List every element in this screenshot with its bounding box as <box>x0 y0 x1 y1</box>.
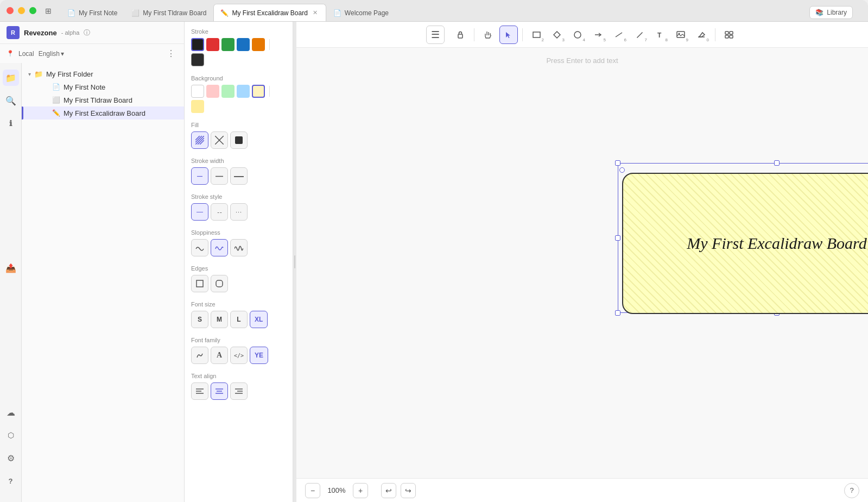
search-icon: 🔍 <box>5 96 16 106</box>
stroke-color-dark[interactable] <box>191 53 204 66</box>
fill-hatch-btn[interactable] <box>191 131 208 149</box>
stroke-color-green[interactable] <box>221 38 235 51</box>
stroke-color-black[interactable] <box>191 38 204 51</box>
sidebar-nav-export[interactable]: 📤 <box>3 260 19 276</box>
fill-cross-btn[interactable] <box>211 131 228 149</box>
undo-button[interactable]: ↩ <box>381 483 396 498</box>
excalidraw-element[interactable]: My First Excalidraw Board <box>622 167 868 309</box>
sidebar-nav-search[interactable]: 🔍 <box>3 92 19 109</box>
minimize-button[interactable] <box>18 7 25 14</box>
bg-color-green[interactable] <box>221 85 235 98</box>
tab-welcome[interactable]: 📄 Welcome Page <box>326 4 396 21</box>
circle-tool-btn[interactable]: 4 <box>568 26 587 44</box>
sidebar-nav-github[interactable]: ⬡ <box>3 427 19 443</box>
rotate-handle[interactable] <box>619 167 625 173</box>
bg-color-yellow[interactable] <box>191 100 204 113</box>
font-family-code[interactable]: </> <box>230 347 248 364</box>
stroke-color-blue[interactable] <box>237 38 250 51</box>
pencil-tool-btn[interactable]: 7 <box>630 26 649 44</box>
select-tool-btn[interactable] <box>499 26 518 44</box>
font-family-cursive[interactable] <box>191 347 208 364</box>
excalidraw-box[interactable]: My First Excalidraw Board <box>622 173 868 314</box>
rect-tool-btn[interactable]: 2 <box>527 26 546 44</box>
text-align-left[interactable] <box>191 382 208 400</box>
location-type[interactable]: Local <box>18 50 34 58</box>
tab-note[interactable]: 📄 My First Note <box>60 4 124 21</box>
font-family-serif[interactable]: A <box>211 347 228 364</box>
font-size-m[interactable]: M <box>211 311 228 328</box>
undo-icon: ↩ <box>385 486 392 495</box>
handle-bl[interactable] <box>615 310 620 316</box>
hand-tool-btn[interactable] <box>479 26 497 44</box>
maximize-button[interactable] <box>29 7 36 14</box>
menu-button[interactable]: ☰ <box>426 26 445 44</box>
bg-color-white[interactable] <box>191 85 204 98</box>
handle-tc[interactable] <box>774 160 780 166</box>
toolbar-divider-1 <box>474 28 474 41</box>
canvas-content[interactable]: Press Enter to add text <box>296 48 868 478</box>
tree-folder[interactable]: ▾ 📁 My First Folder ⋮ <box>22 67 184 80</box>
arrow-tool-btn[interactable]: 5 <box>589 26 607 44</box>
font-size-xl[interactable]: XL <box>250 311 268 328</box>
stroke-style-dotted[interactable]: ··· <box>230 203 248 221</box>
text-align-center[interactable] <box>211 382 228 400</box>
font-size-s[interactable]: S <box>191 311 208 328</box>
font-size-l[interactable]: L <box>230 311 248 328</box>
tree-item-excalidraw[interactable]: ✏️ My First Excalidraw Board ⋮ <box>22 106 184 120</box>
eraser-tool-btn[interactable]: 0 <box>692 26 711 44</box>
stroke-width-thin[interactable]: — <box>191 167 208 185</box>
canvas-footer: − 100% + ↩ ↪ ? <box>296 478 868 502</box>
app-info-icon[interactable]: ⓘ <box>84 28 90 37</box>
sidebar-nav-settings[interactable]: ⚙ <box>3 450 19 466</box>
lock-tool-btn[interactable] <box>451 26 470 44</box>
tree-item-note[interactable]: 📄 My First Note ⋮ <box>22 80 184 93</box>
extra-tool-btn[interactable] <box>720 26 738 44</box>
text-align-right[interactable] <box>230 382 248 400</box>
zoom-out-button[interactable]: − <box>305 483 320 498</box>
bg-color-teal[interactable] <box>237 85 250 98</box>
background-section: Background <box>191 75 286 113</box>
tree-item-tldraw[interactable]: ⬜ My First Tldraw Board ⋮ <box>22 93 184 106</box>
zoom-in-button[interactable]: + <box>353 483 368 498</box>
stroke-color-orange[interactable] <box>252 38 265 51</box>
sloppiness-very-wavy[interactable] <box>230 239 248 256</box>
stroke-width-thick[interactable]: — <box>230 167 248 185</box>
image-tool-btn[interactable]: 9 <box>671 26 690 44</box>
svg-line-4 <box>195 136 200 140</box>
text-tool-btn[interactable]: T 8 <box>651 26 669 44</box>
sidebar-nav-info[interactable]: ℹ <box>3 115 19 131</box>
edges-round[interactable] <box>211 275 228 292</box>
bg-color-yellow-light[interactable] <box>252 85 265 98</box>
redo-button[interactable]: ↪ <box>401 483 416 498</box>
handle-ml[interactable] <box>615 235 620 241</box>
stroke-style-solid[interactable]: — <box>191 203 208 221</box>
zoom-level[interactable]: 100% <box>325 486 349 494</box>
app-name: Revezone <box>24 29 57 37</box>
language-selector[interactable]: English ▾ <box>39 50 64 58</box>
diamond-tool-btn[interactable]: 3 <box>548 26 566 44</box>
tab-tldraw[interactable]: ⬜ My First Tldraw Board <box>124 4 213 21</box>
sidebar-nav-help[interactable]: ? <box>3 473 19 489</box>
library-button[interactable]: 📚 Library <box>809 6 853 19</box>
tab-excalidraw[interactable]: ✏️ My First Excalidraw Board ✕ <box>213 4 326 21</box>
sloppiness-straight[interactable] <box>191 239 208 256</box>
tab-excalidraw-close[interactable]: ✕ <box>311 9 319 17</box>
sidebar-toggle-icon[interactable]: ⊞ <box>45 7 52 15</box>
line-tool-btn[interactable]: 6 <box>610 26 628 44</box>
folder-arrow-icon[interactable]: ▾ <box>28 71 31 77</box>
sidebar-nav-files[interactable]: 📁 <box>3 70 19 86</box>
help-button[interactable]: ? <box>844 483 859 498</box>
font-family-ye[interactable]: YE <box>250 347 268 364</box>
stroke-width-medium[interactable]: — <box>211 167 228 185</box>
sidebar-nav-cloud[interactable]: ☁ <box>3 404 19 421</box>
handle-tl[interactable] <box>615 160 620 166</box>
stroke-color-red[interactable] <box>206 38 219 51</box>
fill-solid-btn[interactable] <box>230 131 248 149</box>
sloppiness-wavy[interactable] <box>211 239 228 256</box>
edges-sharp[interactable] <box>191 275 208 292</box>
location-kebab-icon[interactable]: ⋮ <box>164 47 178 60</box>
close-button[interactable] <box>7 7 14 14</box>
tldraw-file-icon: ⬜ <box>52 96 60 104</box>
bg-color-pink[interactable] <box>206 85 219 98</box>
stroke-style-dashed[interactable]: - - <box>211 203 228 221</box>
